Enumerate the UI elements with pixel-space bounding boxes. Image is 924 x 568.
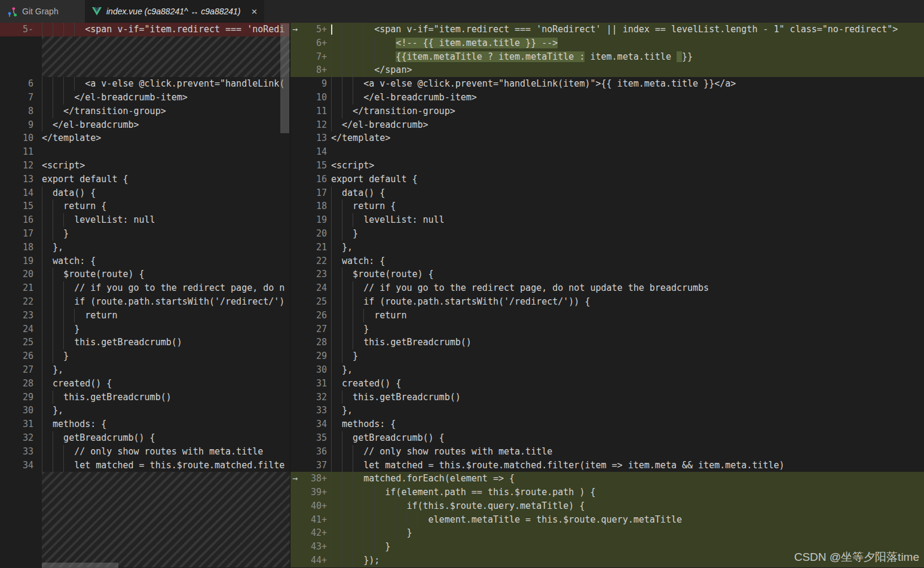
code-line[interactable]: 25this.getBreadcrumb(): [0, 336, 290, 349]
code-line[interactable]: 6+<!-- {{ item.meta.title }} -->: [290, 36, 924, 50]
line-number-gutter[interactable]: 13: [0, 173, 42, 186]
code-line[interactable]: 26}: [0, 349, 290, 363]
code-line-text[interactable]: getBreadcrumb() {: [331, 431, 924, 445]
code-line-text[interactable]: </el-breadcrumb>: [42, 118, 290, 132]
code-line[interactable]: 30},: [290, 363, 924, 377]
code-line[interactable]: 14data() {: [0, 186, 290, 200]
code-line[interactable]: 19levelList: null: [290, 213, 924, 227]
line-number-gutter[interactable]: 23: [0, 309, 42, 323]
code-line-text[interactable]: return: [42, 309, 290, 323]
line-number-gutter[interactable]: 41+: [290, 513, 331, 527]
line-number-gutter[interactable]: 14: [0, 186, 42, 200]
line-number-gutter[interactable]: 13: [290, 131, 331, 145]
code-line-text[interactable]: </transition-group>: [331, 105, 924, 118]
code-line[interactable]: 34methods: {: [290, 417, 924, 431]
code-line-text[interactable]: </el-breadcrumb-item>: [42, 91, 290, 105]
code-line[interactable]: 32this.getBreadcrumb(): [290, 391, 924, 404]
line-number-gutter[interactable]: 37: [290, 459, 331, 472]
code-line[interactable]: 12<script>: [0, 159, 290, 173]
code-line-text[interactable]: {{item.metaTitle ? item.metaTitle : item…: [331, 50, 924, 64]
code-line-text[interactable]: let matched = this.$route.matched.filter…: [331, 459, 924, 472]
code-line[interactable]: 35getBreadcrumb() {: [290, 431, 924, 445]
code-line[interactable]: 40+if(this.$route.query.metaTitle) {: [290, 499, 924, 513]
code-line-text[interactable]: [331, 145, 924, 159]
code-line[interactable]: 20}: [290, 227, 924, 241]
code-line-text[interactable]: matched.forEach(element => {: [331, 472, 924, 486]
line-number-gutter[interactable]: 19: [290, 213, 331, 227]
code-line-text[interactable]: levelList: null: [331, 213, 924, 227]
code-line[interactable]: 11: [0, 145, 290, 159]
code-line-text[interactable]: data() {: [331, 186, 924, 200]
line-number-gutter[interactable]: 33: [0, 445, 42, 459]
code-line-text[interactable]: if (route.path.startsWith('/redirect/'): [42, 295, 290, 309]
code-line[interactable]: 18},: [0, 241, 290, 254]
code-line-text[interactable]: <span v-if="item.redirect === 'noRedirec…: [331, 23, 924, 36]
line-number-gutter[interactable]: 12: [0, 159, 42, 173]
line-number-gutter[interactable]: 16: [290, 173, 331, 186]
line-number-gutter[interactable]: 6+: [290, 36, 331, 50]
code-line[interactable]: 7+{{item.metaTitle ? item.metaTitle : it…: [290, 50, 924, 64]
code-line-text[interactable]: // if you go to the redirect page, do no…: [331, 281, 924, 295]
code-line[interactable]: 10</template>: [0, 131, 290, 145]
code-line[interactable]: 31created() {: [290, 377, 924, 391]
code-line-text[interactable]: },: [42, 363, 290, 377]
code-line-text[interactable]: </el-breadcrumb>: [331, 118, 924, 132]
line-number-gutter[interactable]: 33: [290, 404, 331, 417]
line-number-gutter[interactable]: 19: [0, 254, 42, 268]
code-line-text[interactable]: methods: {: [42, 417, 290, 431]
line-number-gutter[interactable]: 30: [0, 404, 42, 417]
code-line-text[interactable]: </span>: [331, 63, 924, 77]
code-line[interactable]: 43+}: [290, 540, 924, 554]
code-line[interactable]: 15return {: [0, 199, 290, 213]
code-line-text[interactable]: [42, 145, 290, 159]
code-line-text[interactable]: export default {: [331, 173, 924, 186]
code-line[interactable]: 9</el-breadcrumb>: [0, 118, 290, 132]
code-line[interactable]: 6<a v-else @click.prevent="handleLink(: [0, 77, 290, 91]
code-line-text[interactable]: let matched = this.$route.matched.filte: [42, 459, 290, 472]
code-line[interactable]: 24}: [0, 323, 290, 336]
line-number-gutter[interactable]: 7+: [290, 50, 331, 64]
code-line-text[interactable]: // if you go to the redirect page, do n: [42, 281, 290, 295]
line-number-gutter[interactable]: 34: [0, 459, 42, 472]
code-line[interactable]: 16export default {: [290, 173, 924, 186]
line-number-gutter[interactable]: 12: [290, 118, 331, 132]
line-number-gutter[interactable]: 35: [290, 431, 331, 445]
code-line-text[interactable]: methods: {: [331, 417, 924, 431]
line-number-gutter[interactable]: 7: [0, 91, 42, 105]
code-line-text[interactable]: },: [331, 363, 924, 377]
line-number-gutter[interactable]: 36: [290, 445, 331, 459]
line-number-gutter[interactable]: 16: [0, 213, 42, 227]
code-line-text[interactable]: }: [331, 323, 924, 336]
code-line[interactable]: 11</transition-group>: [290, 105, 924, 118]
code-line[interactable]: 29this.getBreadcrumb(): [0, 391, 290, 404]
code-line-text[interactable]: this.getBreadcrumb(): [42, 391, 290, 404]
code-line-text[interactable]: }: [331, 526, 924, 540]
code-line[interactable]: 33// only show routes with meta.title: [0, 445, 290, 459]
line-number-gutter[interactable]: 31: [0, 417, 42, 431]
code-line[interactable]: 17}: [0, 227, 290, 241]
code-line-text[interactable]: return: [331, 309, 924, 323]
code-line[interactable]: 37let matched = this.$route.matched.filt…: [290, 459, 924, 472]
code-line[interactable]: 28this.getBreadcrumb(): [290, 336, 924, 349]
code-line[interactable]: 21// if you go to the redirect page, do …: [0, 281, 290, 295]
code-line[interactable]: 33},: [290, 404, 924, 417]
line-number-gutter[interactable]: 22: [0, 295, 42, 309]
line-number-gutter[interactable]: 28: [290, 336, 331, 349]
line-number-gutter[interactable]: 43+: [290, 540, 331, 554]
vertical-scrollbar[interactable]: [280, 23, 289, 133]
code-line-text[interactable]: getBreadcrumb() {: [42, 431, 290, 445]
tab-git-graph[interactable]: Git Graph: [0, 0, 85, 23]
line-number-gutter[interactable]: 25: [0, 336, 42, 349]
code-line[interactable]: 39+if(element.path == this.$route.path )…: [290, 486, 924, 499]
code-line[interactable]: 10</el-breadcrumb-item>: [290, 91, 924, 105]
code-line[interactable]: 26return: [290, 309, 924, 323]
code-line-text[interactable]: },: [331, 404, 924, 417]
code-line-text[interactable]: this.getBreadcrumb(): [331, 336, 924, 349]
line-number-gutter[interactable]: 15: [290, 159, 331, 173]
line-number-gutter[interactable]: 20: [0, 268, 42, 281]
code-line-text[interactable]: // only show routes with meta.title: [331, 445, 924, 459]
code-line[interactable]: 27}: [290, 323, 924, 336]
code-line[interactable]: 34let matched = this.$route.matched.filt…: [0, 459, 290, 472]
code-line-text[interactable]: $route(route) {: [42, 268, 290, 281]
line-number-gutter[interactable]: 28: [0, 377, 42, 391]
